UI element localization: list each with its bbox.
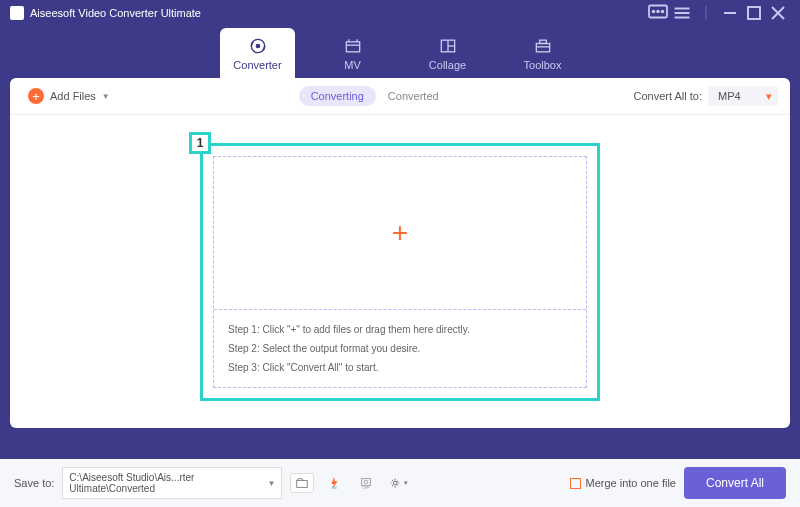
tab-toolbox[interactable]: Toolbox bbox=[505, 28, 580, 78]
feedback-icon[interactable] bbox=[646, 1, 670, 25]
plus-icon: + bbox=[28, 88, 44, 104]
svg-rect-24 bbox=[297, 480, 308, 487]
footer: Save to: C:\Aiseesoft Studio\Ais...rter … bbox=[0, 459, 800, 507]
svg-text:ON: ON bbox=[332, 486, 338, 490]
status-converting[interactable]: Converting bbox=[299, 86, 376, 106]
svg-rect-26 bbox=[362, 479, 371, 486]
chevron-down-icon: ▼ bbox=[267, 479, 275, 488]
tab-converter[interactable]: Converter bbox=[220, 28, 295, 78]
svg-point-2 bbox=[657, 11, 659, 13]
close-button[interactable] bbox=[766, 1, 790, 25]
instructions: Step 1: Click "+" to add files or drag t… bbox=[214, 310, 586, 387]
menu-icon[interactable] bbox=[670, 1, 694, 25]
svg-point-1 bbox=[653, 11, 655, 13]
annotation-callout: 1 bbox=[189, 132, 211, 154]
divider bbox=[694, 1, 718, 25]
boost-on-button[interactable]: ON bbox=[322, 473, 346, 493]
main-tabs: Converter MV Collage Toolbox bbox=[0, 26, 800, 78]
annotation-outline: 1 + Step 1: Click "+" to add files or dr… bbox=[200, 143, 600, 401]
svg-point-27 bbox=[365, 480, 369, 484]
svg-rect-14 bbox=[346, 41, 359, 51]
convert-all-label: Convert All to: bbox=[634, 90, 702, 102]
app-title: Aiseesoft Video Converter Ultimate bbox=[30, 7, 201, 19]
tab-label: Converter bbox=[233, 59, 281, 71]
svg-rect-22 bbox=[539, 40, 546, 43]
svg-point-13 bbox=[256, 44, 259, 47]
content-panel: + Add Files ▼ Converting Converted Conve… bbox=[10, 78, 790, 428]
save-path-select[interactable]: C:\Aiseesoft Studio\Ais...rter Ultimate\… bbox=[62, 467, 282, 499]
tab-label: Toolbox bbox=[524, 59, 562, 71]
svg-point-29 bbox=[393, 481, 397, 485]
settings-button[interactable]: ▾ bbox=[386, 473, 410, 493]
convert-all-button[interactable]: Convert All bbox=[684, 467, 786, 499]
titlebar: Aiseesoft Video Converter Ultimate bbox=[0, 0, 800, 26]
merge-label: Merge into one file bbox=[585, 477, 676, 489]
save-to-label: Save to: bbox=[14, 477, 54, 489]
svg-point-3 bbox=[662, 11, 664, 13]
step-3: Step 3: Click "Convert All" to start. bbox=[228, 358, 572, 377]
tab-mv[interactable]: MV bbox=[315, 28, 390, 78]
status-tabs: Converting Converted bbox=[299, 86, 451, 106]
drop-area[interactable]: + bbox=[214, 157, 586, 310]
convert-all-to: Convert All to: MP4 bbox=[634, 86, 778, 106]
minimize-button[interactable] bbox=[718, 1, 742, 25]
output-format-select[interactable]: MP4 bbox=[708, 86, 778, 106]
status-converted[interactable]: Converted bbox=[376, 86, 451, 106]
step-2: Step 2: Select the output format you des… bbox=[228, 339, 572, 358]
tab-collage[interactable]: Collage bbox=[410, 28, 485, 78]
checkbox-icon bbox=[570, 478, 581, 489]
maximize-button[interactable] bbox=[742, 1, 766, 25]
tab-label: MV bbox=[344, 59, 361, 71]
toolbar: + Add Files ▼ Converting Converted Conve… bbox=[10, 78, 790, 115]
svg-text:OFF: OFF bbox=[363, 486, 370, 490]
step-1: Step 1: Click "+" to add files or drag t… bbox=[228, 320, 572, 339]
tab-label: Collage bbox=[429, 59, 466, 71]
stage: 1 + Step 1: Click "+" to add files or dr… bbox=[10, 115, 790, 428]
add-plus-icon[interactable]: + bbox=[392, 217, 408, 249]
add-files-button[interactable]: + Add Files ▼ bbox=[22, 84, 116, 108]
svg-rect-21 bbox=[536, 43, 549, 51]
drop-zone[interactable]: + Step 1: Click "+" to add files or drag… bbox=[213, 156, 587, 388]
merge-checkbox[interactable]: Merge into one file bbox=[570, 477, 676, 489]
gpu-off-button[interactable]: OFF bbox=[354, 473, 378, 493]
svg-rect-9 bbox=[748, 7, 760, 19]
app-logo-icon bbox=[10, 6, 24, 20]
chevron-down-icon: ▼ bbox=[102, 92, 110, 101]
save-path-value: C:\Aiseesoft Studio\Ais...rter Ultimate\… bbox=[69, 472, 267, 494]
open-folder-button[interactable] bbox=[290, 473, 314, 493]
add-files-label: Add Files bbox=[50, 90, 96, 102]
